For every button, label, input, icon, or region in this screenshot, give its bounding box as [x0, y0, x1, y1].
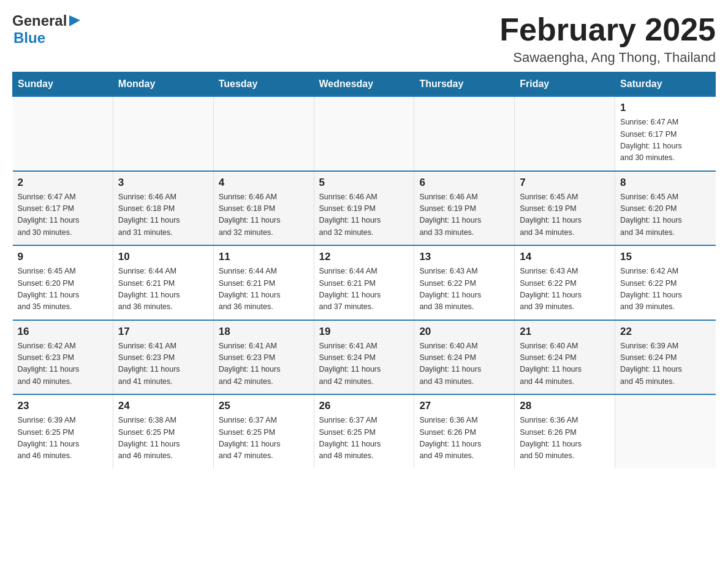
- calendar-day: 25Sunrise: 6:37 AMSunset: 6:25 PMDayligh…: [213, 394, 314, 469]
- calendar-day: 10Sunrise: 6:44 AMSunset: 6:21 PMDayligh…: [113, 245, 213, 320]
- calendar-day: 18Sunrise: 6:41 AMSunset: 6:23 PMDayligh…: [213, 320, 314, 395]
- day-info: Sunrise: 6:36 AMSunset: 6:26 PMDaylight:…: [419, 415, 509, 462]
- day-number: 10: [118, 251, 208, 263]
- day-info: Sunrise: 6:43 AMSunset: 6:22 PMDaylight:…: [520, 266, 610, 313]
- calendar-week-row: 9Sunrise: 6:45 AMSunset: 6:20 PMDaylight…: [13, 245, 716, 320]
- col-thursday: Thursday: [414, 72, 515, 97]
- calendar-body: 1Sunrise: 6:47 AMSunset: 6:17 PMDaylight…: [13, 96, 716, 469]
- calendar-day: 9Sunrise: 6:45 AMSunset: 6:20 PMDaylight…: [13, 245, 113, 320]
- day-number: 8: [620, 177, 710, 189]
- day-info: Sunrise: 6:42 AMSunset: 6:22 PMDaylight:…: [620, 266, 710, 313]
- col-saturday: Saturday: [615, 72, 716, 97]
- calendar-day: [213, 96, 314, 171]
- day-info: Sunrise: 6:43 AMSunset: 6:22 PMDaylight:…: [419, 266, 509, 313]
- calendar-day: 1Sunrise: 6:47 AMSunset: 6:17 PMDaylight…: [615, 96, 716, 171]
- calendar-day: [515, 96, 615, 171]
- calendar-day: [13, 96, 113, 171]
- day-number: 27: [419, 400, 509, 412]
- day-number: 17: [118, 326, 208, 338]
- day-header-row: Sunday Monday Tuesday Wednesday Thursday…: [13, 72, 716, 97]
- day-number: 20: [419, 326, 509, 338]
- day-info: Sunrise: 6:44 AMSunset: 6:21 PMDaylight:…: [319, 266, 409, 313]
- page-header: General Blue February 2025 Sawaengha, An…: [12, 12, 716, 66]
- calendar-day: 16Sunrise: 6:42 AMSunset: 6:23 PMDayligh…: [13, 320, 113, 395]
- day-number: 12: [319, 251, 409, 263]
- col-friday: Friday: [515, 72, 615, 97]
- col-tuesday: Tuesday: [213, 72, 314, 97]
- day-number: 4: [219, 177, 309, 189]
- day-number: 22: [620, 326, 710, 338]
- calendar-day: [414, 96, 515, 171]
- col-sunday: Sunday: [13, 72, 113, 97]
- day-info: Sunrise: 6:37 AMSunset: 6:25 PMDaylight:…: [319, 415, 409, 462]
- day-info: Sunrise: 6:46 AMSunset: 6:18 PMDaylight:…: [219, 191, 309, 239]
- day-number: 13: [419, 251, 509, 263]
- day-number: 7: [520, 177, 610, 189]
- location-text: Sawaengha, Ang Thong, Thailand: [499, 50, 716, 66]
- day-info: Sunrise: 6:38 AMSunset: 6:25 PMDaylight:…: [118, 415, 208, 462]
- calendar-day: 12Sunrise: 6:44 AMSunset: 6:21 PMDayligh…: [314, 245, 414, 320]
- day-info: Sunrise: 6:40 AMSunset: 6:24 PMDaylight:…: [419, 340, 509, 388]
- calendar-week-row: 1Sunrise: 6:47 AMSunset: 6:17 PMDaylight…: [13, 96, 716, 171]
- day-info: Sunrise: 6:36 AMSunset: 6:26 PMDaylight:…: [520, 415, 610, 462]
- day-number: 6: [419, 177, 509, 189]
- calendar-day: 15Sunrise: 6:42 AMSunset: 6:22 PMDayligh…: [615, 245, 716, 320]
- day-info: Sunrise: 6:44 AMSunset: 6:21 PMDaylight:…: [118, 266, 208, 313]
- day-number: 16: [18, 326, 108, 338]
- day-number: 18: [219, 326, 309, 338]
- day-info: Sunrise: 6:44 AMSunset: 6:21 PMDaylight:…: [219, 266, 309, 313]
- day-number: 28: [520, 400, 610, 412]
- day-info: Sunrise: 6:37 AMSunset: 6:25 PMDaylight:…: [219, 415, 309, 462]
- calendar-day: 5Sunrise: 6:46 AMSunset: 6:19 PMDaylight…: [314, 171, 414, 246]
- calendar-day: 3Sunrise: 6:46 AMSunset: 6:18 PMDaylight…: [113, 171, 213, 246]
- logo-blue-text: Blue: [13, 29, 45, 47]
- day-number: 15: [620, 251, 710, 263]
- day-info: Sunrise: 6:45 AMSunset: 6:19 PMDaylight:…: [520, 191, 610, 239]
- calendar-day: 8Sunrise: 6:45 AMSunset: 6:20 PMDaylight…: [615, 171, 716, 246]
- day-number: 11: [219, 251, 309, 263]
- svg-marker-0: [69, 15, 80, 26]
- month-title: February 2025: [499, 12, 716, 47]
- day-info: Sunrise: 6:39 AMSunset: 6:24 PMDaylight:…: [620, 340, 710, 388]
- day-info: Sunrise: 6:40 AMSunset: 6:24 PMDaylight:…: [520, 340, 610, 388]
- calendar-day: 13Sunrise: 6:43 AMSunset: 6:22 PMDayligh…: [414, 245, 515, 320]
- day-info: Sunrise: 6:47 AMSunset: 6:17 PMDaylight:…: [620, 117, 710, 164]
- calendar-week-row: 2Sunrise: 6:47 AMSunset: 6:17 PMDaylight…: [13, 171, 716, 246]
- day-number: 24: [118, 400, 208, 412]
- calendar-day: 2Sunrise: 6:47 AMSunset: 6:17 PMDaylight…: [13, 171, 113, 246]
- calendar-day: 23Sunrise: 6:39 AMSunset: 6:25 PMDayligh…: [13, 394, 113, 469]
- calendar-day: [113, 96, 213, 171]
- calendar-week-row: 23Sunrise: 6:39 AMSunset: 6:25 PMDayligh…: [13, 394, 716, 469]
- calendar-week-row: 16Sunrise: 6:42 AMSunset: 6:23 PMDayligh…: [13, 320, 716, 395]
- calendar-day: 6Sunrise: 6:46 AMSunset: 6:19 PMDaylight…: [414, 171, 515, 246]
- day-info: Sunrise: 6:39 AMSunset: 6:25 PMDaylight:…: [18, 415, 108, 462]
- day-info: Sunrise: 6:47 AMSunset: 6:17 PMDaylight:…: [18, 191, 108, 239]
- day-number: 14: [520, 251, 610, 263]
- calendar-day: [314, 96, 414, 171]
- calendar-day: 20Sunrise: 6:40 AMSunset: 6:24 PMDayligh…: [414, 320, 515, 395]
- day-number: 1: [620, 102, 710, 114]
- day-number: 9: [18, 251, 108, 263]
- day-info: Sunrise: 6:46 AMSunset: 6:19 PMDaylight:…: [419, 191, 509, 239]
- col-wednesday: Wednesday: [314, 72, 414, 97]
- col-monday: Monday: [113, 72, 213, 97]
- day-number: 3: [118, 177, 208, 189]
- calendar-header: Sunday Monday Tuesday Wednesday Thursday…: [13, 72, 716, 97]
- calendar-day: 26Sunrise: 6:37 AMSunset: 6:25 PMDayligh…: [314, 394, 414, 469]
- day-number: 21: [520, 326, 610, 338]
- calendar-day: 4Sunrise: 6:46 AMSunset: 6:18 PMDaylight…: [213, 171, 314, 246]
- calendar-day: 28Sunrise: 6:36 AMSunset: 6:26 PMDayligh…: [515, 394, 615, 469]
- day-number: 25: [219, 400, 309, 412]
- logo-general-text: General: [12, 12, 67, 29]
- calendar-day: 21Sunrise: 6:40 AMSunset: 6:24 PMDayligh…: [515, 320, 615, 395]
- calendar-day: 24Sunrise: 6:38 AMSunset: 6:25 PMDayligh…: [113, 394, 213, 469]
- day-info: Sunrise: 6:46 AMSunset: 6:19 PMDaylight:…: [319, 191, 409, 239]
- day-info: Sunrise: 6:41 AMSunset: 6:23 PMDaylight:…: [219, 340, 309, 388]
- day-info: Sunrise: 6:45 AMSunset: 6:20 PMDaylight:…: [18, 266, 108, 313]
- day-number: 23: [18, 400, 108, 412]
- calendar-day: 19Sunrise: 6:41 AMSunset: 6:24 PMDayligh…: [314, 320, 414, 395]
- calendar-day: 27Sunrise: 6:36 AMSunset: 6:26 PMDayligh…: [414, 394, 515, 469]
- logo-arrow-icon: [68, 14, 82, 28]
- logo: General Blue: [12, 12, 82, 47]
- calendar-day: 14Sunrise: 6:43 AMSunset: 6:22 PMDayligh…: [515, 245, 615, 320]
